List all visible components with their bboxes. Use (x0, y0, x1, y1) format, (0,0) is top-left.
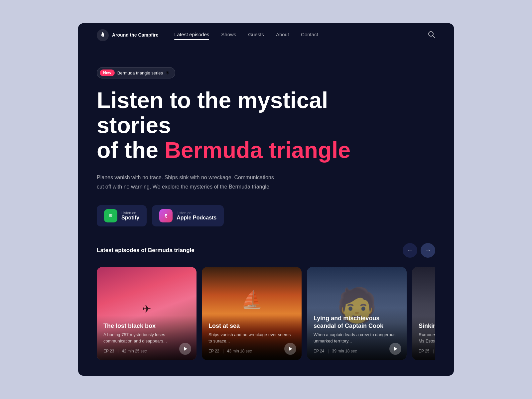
episode-card-1[interactable]: ✈ The lost black box A boeing 757 myster… (97, 267, 197, 360)
new-series-badge[interactable]: New Bermuda triangle series ✳ (97, 67, 175, 78)
svg-line-2 (433, 36, 435, 38)
episodes-section: Latest episodes of Bermuda triangle ← → … (78, 243, 454, 373)
carousel-nav-buttons: ← → (403, 243, 435, 258)
next-button[interactable]: → (421, 243, 435, 258)
spotify-listen-on: Listen on (121, 211, 136, 215)
browser-window: Around the Campfire Latest episodes Show… (78, 23, 454, 376)
brand-name: Around the Campfire (112, 32, 158, 38)
flame-icon (97, 29, 109, 41)
episode-card-2[interactable]: ⛵ Lost at sea Ships vanish and no wrecka… (202, 267, 302, 360)
logo[interactable]: Around the Campfire (97, 29, 158, 41)
airplane-icon: ✈ (142, 303, 151, 315)
badge-new-label: New (100, 69, 115, 76)
ep-number-1: EP 23 (103, 349, 114, 353)
card-overlay-4: Sinking of Ms Rumours swirled of Ms Esto… (412, 316, 435, 360)
card-meta-4: EP 25 | 38 min 53 (419, 349, 435, 353)
play-button-1[interactable] (179, 343, 191, 355)
ep-number-4: EP 25 (419, 349, 429, 353)
card-desc-2: Ships vanish and no wreckage ever seems … (208, 332, 295, 344)
episodes-section-title: Latest episodes of Bermuda triangle (97, 247, 195, 254)
card-desc-4: Rumours swirled of Ms Estonia... (419, 332, 435, 344)
ep-duration-3: 39 min 18 sec (332, 349, 357, 353)
apple-podcasts-button[interactable]: Listen on Apple Podcasts (152, 205, 224, 226)
play-triangle-1 (184, 347, 187, 351)
card-meta-1: EP 23 | 42 min 25 sec (103, 349, 190, 353)
episodes-header: Latest episodes of Bermuda triangle ← → (97, 243, 435, 258)
play-triangle-3 (394, 347, 397, 351)
card-desc-3: When a captain leads a crew to dangerous… (314, 332, 400, 344)
search-icon[interactable] (428, 31, 435, 40)
hero-title-line1: Listen to the mystical stories (97, 87, 328, 138)
navbar: Around the Campfire Latest episodes Show… (78, 23, 454, 47)
spotify-text: Listen on Spotify (121, 211, 139, 221)
card-title-4: Sinking of Ms (419, 322, 435, 330)
hero-title-line2: of the (97, 137, 165, 163)
hero-title-highlight: Bermuda triangle (165, 137, 350, 163)
card-title-3: Lying and mischievous scandal of Captain… (314, 315, 400, 330)
apple-text: Listen on Apple Podcasts (177, 211, 216, 221)
spotify-button[interactable]: Listen on Spotify (97, 205, 147, 226)
play-button-2[interactable] (284, 343, 296, 355)
ep-duration-1: 42 min 25 sec (122, 349, 147, 353)
hero-section: New Bermuda triangle series ✳ Listen to … (78, 47, 454, 243)
ep-number-2: EP 22 (208, 349, 219, 353)
nav-links: Latest episodes Shows Guests About Conta… (174, 32, 428, 39)
nav-contact[interactable]: Contact (301, 32, 318, 39)
hero-title: Listen to the mystical stories of the Be… (97, 88, 356, 162)
card-meta-2: EP 22 | 43 min 18 sec (208, 349, 295, 353)
card-desc-1: A boeing 757 mysteriously loses communic… (103, 332, 190, 344)
apple-platform-name: Apple Podcasts (177, 215, 216, 221)
nav-shows[interactable]: Shows (221, 32, 236, 39)
sparkle-icon: ✳ (166, 70, 170, 75)
nav-latest-episodes[interactable]: Latest episodes (174, 32, 209, 39)
apple-podcasts-icon (159, 209, 173, 222)
play-triangle-2 (289, 347, 292, 351)
episode-card-3[interactable]: 🧑 Lying and mischievous scandal of Capta… (307, 267, 407, 360)
hero-description: Planes vanish with no trace. Ships sink … (97, 173, 276, 191)
nav-about[interactable]: About (276, 32, 289, 39)
spotify-icon (104, 209, 117, 222)
episodes-grid: ✈ The lost black box A boeing 757 myster… (97, 267, 435, 360)
spotify-platform-name: Spotify (121, 215, 139, 221)
card-meta-3: EP 24 | 39 min 18 sec (314, 349, 400, 353)
nav-guests[interactable]: Guests (248, 32, 264, 39)
apple-listen-on: Listen on (177, 211, 192, 215)
prev-button[interactable]: ← (403, 243, 417, 258)
ship-icon: ⛵ (241, 289, 263, 310)
play-button-3[interactable] (389, 343, 401, 355)
card-title-2: Lost at sea (208, 322, 295, 330)
ep-duration-2: 43 min 18 sec (227, 349, 252, 353)
card-title-1: The lost black box (103, 322, 190, 330)
svg-point-3 (107, 212, 114, 219)
badge-series-text: Bermuda triangle series (117, 70, 163, 75)
episode-card-4[interactable]: Sinking of Ms Rumours swirled of Ms Esto… (412, 267, 435, 360)
ep-number-3: EP 24 (314, 349, 324, 353)
listen-buttons: Listen on Spotify (97, 205, 435, 226)
